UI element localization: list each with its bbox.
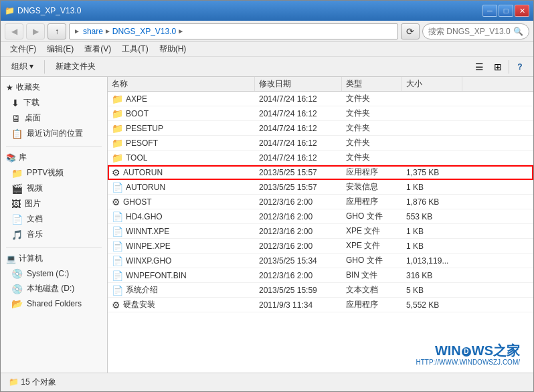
- table-row[interactable]: 📄 AUTORUN 2013/5/25 15:57 安装信息 1 KB: [108, 180, 533, 195]
- file-name: 系统介绍: [126, 284, 158, 296]
- sidebar-item-pptv[interactable]: 📁 PPTV视频: [1, 165, 107, 181]
- refresh-button[interactable]: ⟳: [401, 23, 420, 39]
- sidebar-label-shared: Shared Folders: [27, 299, 82, 308]
- table-row[interactable]: ⚙ AUTORUN 2013/5/25 15:57 应用程序 1,375 KB: [108, 165, 533, 180]
- maximize-button[interactable]: □: [499, 5, 513, 17]
- new-folder-button[interactable]: 新建文件夹: [50, 59, 101, 74]
- table-row[interactable]: 📁 TOOL 2014/7/24 16:12 文件夹: [108, 151, 533, 165]
- sidebar-item-pictures[interactable]: 🖼 图片: [1, 196, 107, 211]
- window-title: DNGS_XP_V13.0: [17, 6, 81, 15]
- file-name-cell: 📄 HD4.GHO: [108, 209, 255, 223]
- col-header-name[interactable]: 名称: [108, 77, 255, 91]
- file-name: AUTORUN: [123, 168, 163, 177]
- table-row[interactable]: 📄 系统介绍 2013/5/25 15:59 文本文档 5 KB: [108, 283, 533, 298]
- sidebar-item-video[interactable]: 🎬 视频: [1, 181, 107, 196]
- sidebar: ★ 收藏夹 ⬇ 下载 🖥 桌面 📋 最近访问的位置: [1, 77, 108, 373]
- sidebar-item-download[interactable]: ⬇ 下载: [1, 95, 107, 110]
- menu-file[interactable]: 文件(F): [5, 42, 41, 56]
- file-name-cell: 📄 系统介绍: [108, 283, 255, 297]
- file-name-cell: 📁 PESOFT: [108, 136, 255, 150]
- table-row[interactable]: 📄 WINXP.GHO 2013/5/25 15:34 GHO 文件 1,013…: [108, 254, 533, 268]
- table-row[interactable]: ⚙ GHOST 2012/3/16 2:00 应用程序 1,876 KB: [108, 195, 533, 209]
- file-size-cell: 1 KB: [402, 239, 462, 253]
- file-name-cell: 📄 AUTORUN: [108, 180, 255, 194]
- table-row[interactable]: ⚙ 硬盘安装 2011/9/3 11:34 应用程序 5,552 KB: [108, 298, 533, 312]
- file-name-cell: 📄 WNPEFONT.BIN: [108, 268, 255, 282]
- sidebar-label-music: 音乐: [27, 229, 43, 240]
- table-row[interactable]: 📁 AXPE 2014/7/24 16:12 文件夹: [108, 92, 533, 106]
- path-arrow: ►: [74, 27, 80, 35]
- table-row[interactable]: 📁 PESOFT 2014/7/24 16:12 文件夹: [108, 136, 533, 151]
- file-type-cell: 应用程序: [342, 298, 402, 312]
- menu-tools[interactable]: 工具(T): [116, 42, 153, 56]
- music-icon: 🎵: [11, 229, 23, 240]
- file-name: WINPE.XPE: [126, 241, 171, 251]
- toolbar-right: ☰ ⊞ ?: [471, 60, 528, 74]
- file-name-cell: 📁 BOOT: [108, 106, 255, 120]
- file-date-cell: 2013/5/25 15:57: [255, 180, 342, 194]
- toolbar-separator2: [509, 60, 509, 74]
- menu-help[interactable]: 帮助(H): [154, 42, 192, 56]
- file-date-cell: 2013/5/25 15:34: [255, 254, 342, 268]
- sidebar-item-recent[interactable]: 📋 最近访问的位置: [1, 126, 107, 141]
- search-box[interactable]: 🔍: [422, 23, 529, 39]
- sidebar-item-desktop[interactable]: 🖥 桌面: [1, 110, 107, 126]
- file-icon: 📁: [112, 138, 123, 149]
- sidebar-item-locald[interactable]: 💿 本地磁盘 (D:): [1, 281, 107, 296]
- view-details-button[interactable]: ⊞: [490, 60, 506, 74]
- menu-edit[interactable]: 编辑(E): [41, 42, 79, 56]
- col-header-size[interactable]: 大小: [402, 77, 462, 91]
- file-type-cell: GHO 文件: [342, 254, 402, 268]
- file-size-cell: 1 KB: [402, 224, 462, 238]
- filelist: 名称 修改日期 类型 大小 📁 AXPE 2014/7/24 16:12 文件夹…: [108, 77, 533, 373]
- view-toggle-button[interactable]: ☰: [471, 60, 487, 74]
- table-row[interactable]: 📄 HD4.GHO 2012/3/16 2:00 GHO 文件 553 KB: [108, 209, 533, 224]
- menu-view[interactable]: 查看(V): [79, 42, 116, 56]
- table-row[interactable]: 📁 BOOT 2014/7/24 16:12 文件夹: [108, 106, 533, 121]
- sidebar-item-shared[interactable]: 📂 Shared Folders: [1, 296, 107, 311]
- shared-icon: 📂: [11, 298, 23, 309]
- sidebar-item-systemc[interactable]: 💿 System (C:): [1, 266, 107, 281]
- file-size-cell: [402, 121, 462, 135]
- path-share[interactable]: share: [83, 27, 103, 36]
- titlebar-buttons: ─ □ ✕: [482, 5, 529, 17]
- search-input[interactable]: [428, 27, 511, 36]
- file-name-cell: 📄 WINNT.XPE: [108, 224, 255, 238]
- path-dngs[interactable]: DNGS_XP_V13.0: [112, 27, 176, 36]
- file-type-cell: 应用程序: [342, 195, 402, 209]
- computer-header[interactable]: 💻 计算机: [1, 251, 107, 266]
- table-row[interactable]: 📄 WINNT.XPE 2012/3/16 2:00 XPE 文件 1 KB: [108, 224, 533, 239]
- library-label: 库: [19, 152, 27, 163]
- address-path[interactable]: ► share ► DNGS_XP_V13.0 ►: [69, 23, 398, 39]
- drive-c-icon: 💿: [11, 268, 23, 279]
- file-name-cell: 📁 PESETUP: [108, 121, 255, 135]
- file-size-cell: 1,876 KB: [402, 195, 462, 209]
- sidebar-item-music[interactable]: 🎵 音乐: [1, 227, 107, 242]
- col-header-type[interactable]: 类型: [342, 77, 402, 91]
- table-row[interactable]: 📁 PESETUP 2014/7/24 16:12 文件夹: [108, 121, 533, 136]
- file-type-cell: XPE 文件: [342, 224, 402, 238]
- forward-button[interactable]: ▶: [26, 23, 45, 39]
- folder-status-icon: 📁: [9, 377, 19, 387]
- file-icon: 📄: [112, 241, 123, 252]
- up-button[interactable]: ↑: [48, 23, 66, 39]
- minimize-button[interactable]: ─: [482, 5, 497, 17]
- favorites-header[interactable]: ★ 收藏夹: [1, 80, 107, 95]
- docs-icon: 📄: [11, 214, 23, 225]
- organize-button[interactable]: 组织 ▾: [6, 59, 39, 74]
- sidebar-item-docs[interactable]: 📄 文档: [1, 211, 107, 227]
- close-button[interactable]: ✕: [515, 5, 529, 17]
- back-button[interactable]: ◀: [5, 23, 23, 39]
- table-row[interactable]: 📄 WINPE.XPE 2012/3/16 2:00 XPE 文件 1 KB: [108, 239, 533, 254]
- library-icon: 📚: [6, 153, 16, 163]
- file-size-cell: 316 KB: [402, 268, 462, 282]
- sidebar-divider1: [6, 146, 102, 147]
- library-header[interactable]: 📚 库: [1, 150, 107, 165]
- table-row[interactable]: 📄 WNPEFONT.BIN 2012/3/16 2:00 BIN 文件 316…: [108, 268, 533, 283]
- file-name: PESOFT: [126, 138, 158, 148]
- col-header-date[interactable]: 修改日期: [255, 77, 342, 91]
- file-icon: ⚙: [112, 197, 120, 207]
- help-button[interactable]: ?: [512, 60, 528, 74]
- folder-icon: 📁: [5, 6, 15, 15]
- video-icon: 🎬: [11, 183, 23, 194]
